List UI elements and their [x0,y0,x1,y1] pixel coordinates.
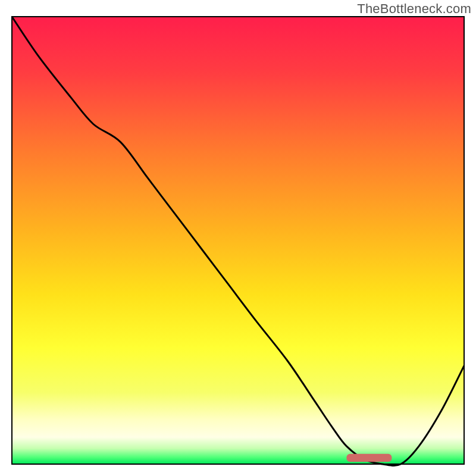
chart-container: TheBottleneck.com [0,0,476,476]
plot-background [12,17,464,464]
optimal-range-marker [346,454,392,462]
bottleneck-chart [0,0,476,476]
watermark-text: TheBottleneck.com [357,1,471,17]
